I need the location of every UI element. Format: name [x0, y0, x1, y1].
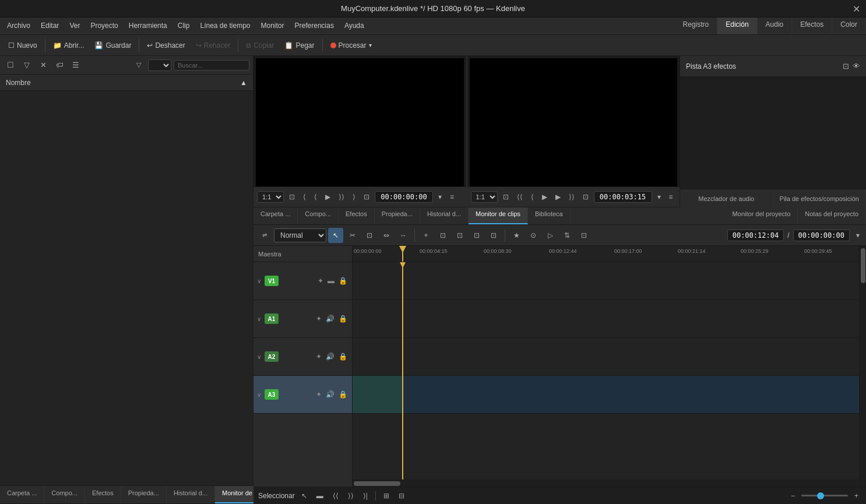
tracks-content[interactable]	[353, 262, 859, 480]
tab-hist2[interactable]: Historial d...	[420, 207, 469, 224]
right-ratio-select[interactable]: 1:1	[471, 191, 498, 203]
trim-btn[interactable]: ⇔	[379, 228, 394, 243]
tab-monitor-project[interactable]: Monitor del proyecto	[726, 207, 798, 224]
v1-video-btn[interactable]: ▬	[326, 276, 336, 286]
left-crop-button[interactable]: ⊡	[361, 191, 372, 203]
tab-propiedades[interactable]: Propieda...	[121, 486, 167, 503]
a1-effects-btn[interactable]: ✦	[315, 314, 323, 323]
collapse-icon[interactable]: ▲	[240, 79, 247, 87]
menu-ver[interactable]: Ver	[65, 20, 85, 31]
overwrite-btn[interactable]: ⊡	[469, 228, 484, 243]
spacer-btn[interactable]: ⊡	[362, 228, 377, 243]
play-zone-btn[interactable]: ▷	[543, 228, 558, 243]
blend-mode-select[interactable]: Normal	[274, 228, 326, 242]
ripple-btn[interactable]: ⇅	[559, 228, 575, 243]
a2-audio-btn[interactable]: 🔊	[325, 352, 336, 361]
timeline-duration[interactable]: 00:00:00:00	[793, 230, 850, 241]
rehacer-button[interactable]: ↪ Rehacer	[191, 39, 235, 52]
a3-effects-btn[interactable]: ✦	[315, 390, 323, 399]
pegar-button[interactable]: 📋 Pegar	[280, 39, 319, 52]
close-button[interactable]: ✕	[853, 3, 860, 14]
v1-lock-btn[interactable]: 🔒	[337, 276, 348, 286]
v1-effects-btn[interactable]: ✦	[316, 276, 325, 286]
menu-monitor[interactable]: Monitor	[256, 20, 289, 31]
status-select-btn[interactable]: ↖	[298, 491, 310, 501]
add-clip-button[interactable]: ☐	[3, 58, 17, 72]
insert-btn[interactable]: ⊡	[486, 228, 501, 243]
scissors-btn[interactable]: ✂	[345, 228, 360, 243]
zoom-slider[interactable]	[801, 495, 848, 496]
status-grid-btn[interactable]: ⊞	[381, 491, 392, 501]
abrir-button[interactable]: 📁 Abrir...	[48, 39, 89, 52]
rp-eye-button[interactable]: 👁	[853, 62, 860, 71]
search-input[interactable]	[174, 60, 249, 71]
menu-ayuda[interactable]: Ayuda	[340, 20, 369, 31]
selection-tool-btn[interactable]: ↖	[328, 228, 343, 243]
workspace-tab-registro[interactable]: Registro	[675, 17, 718, 34]
menu-linea[interactable]: Línea de tiempo	[195, 20, 255, 31]
filter-select[interactable]	[148, 59, 171, 71]
timeline-timecode[interactable]: 00:00:12:04	[727, 230, 784, 241]
a3-audio-btn[interactable]: 🔊	[325, 390, 336, 399]
add-folder-button[interactable]: ▽	[20, 58, 34, 72]
a2-lock-btn[interactable]: 🔒	[337, 352, 348, 361]
status-save-btn[interactable]: ▬	[314, 491, 326, 501]
right-play2[interactable]: ▶	[552, 191, 564, 203]
workspace-tab-efectos[interactable]: Efectos	[792, 17, 832, 34]
right-play[interactable]: ▶	[539, 191, 550, 203]
status-next-btn[interactable]: ⟩⟩	[345, 491, 357, 501]
zoom-out-btn[interactable]: −	[788, 491, 798, 501]
menu-editar[interactable]: Editar	[36, 20, 64, 31]
right-next[interactable]: ⟩⟩	[566, 191, 578, 203]
menu-archivo[interactable]: Archivo	[2, 20, 35, 31]
tab-prop2[interactable]: Propieda...	[375, 207, 420, 224]
tag-button[interactable]: 🏷	[52, 58, 66, 72]
a2-effects-btn[interactable]: ✦	[315, 352, 323, 361]
marker-btn[interactable]: ★	[509, 228, 524, 243]
list-view-button[interactable]: ☰	[69, 58, 83, 72]
left-next2-button[interactable]: ⟩	[350, 191, 358, 203]
rp-tab-mezclador[interactable]: Mezclador de audio	[680, 189, 773, 207]
extract-btn[interactable]: ⊡	[435, 228, 450, 243]
a2-expand[interactable]: ∨	[257, 354, 261, 360]
a3-expand[interactable]: ∨	[257, 392, 261, 398]
tab-efectos[interactable]: Efectos	[85, 486, 121, 503]
lift-btn[interactable]: ⊡	[452, 228, 467, 243]
remove-clip-button[interactable]: ✕	[36, 58, 50, 72]
a1-lock-btn[interactable]: 🔒	[337, 314, 348, 323]
status-end-btn[interactable]: ⟩|	[360, 491, 371, 501]
right-arrow-btn[interactable]: ▾	[654, 191, 664, 203]
timecode-arrow[interactable]: ▾	[853, 230, 863, 241]
right-menu-btn[interactable]: ≡	[666, 191, 676, 203]
split-audio-video-btn[interactable]: ⇌	[257, 228, 272, 243]
tab-carpeta2[interactable]: Carpeta ...	[254, 207, 298, 224]
add-clip-btn[interactable]: +	[418, 228, 434, 243]
guardar-button[interactable]: 💾 Guardar	[90, 39, 136, 52]
status-prev-btn[interactable]: ⟨⟨	[330, 491, 342, 501]
show-subtitle-btn[interactable]: ⊡	[576, 228, 592, 243]
procesar-button[interactable]: Procesar ▾	[326, 39, 376, 52]
h-scrollbar-thumb[interactable]	[354, 481, 400, 486]
tab-efectos2[interactable]: Efectos	[339, 207, 375, 224]
left-arrow-btn[interactable]: ▾	[435, 191, 445, 203]
tab-historial[interactable]: Historial d...	[167, 486, 215, 503]
tab-carpeta[interactable]: Carpeta ...	[0, 486, 44, 503]
left-menu-btn[interactable]: ≡	[447, 191, 457, 203]
a3-lock-btn[interactable]: 🔒	[337, 390, 348, 399]
tab-bib2[interactable]: Biblioteca	[528, 207, 571, 224]
menu-preferencias[interactable]: Preferencias	[290, 20, 339, 31]
nuevo-button[interactable]: ☐ Nuevo	[3, 39, 42, 52]
left-ratio-select[interactable]: 1:1	[257, 191, 284, 203]
workspace-tab-audio[interactable]: Audio	[758, 17, 793, 34]
copiar-button[interactable]: ⧉ Copiar	[241, 39, 279, 52]
snap-btn[interactable]: ⊙	[526, 228, 541, 243]
left-prev-button[interactable]: ⟨	[300, 191, 309, 203]
v1-expand[interactable]: ∨	[257, 278, 261, 284]
zoom-in-btn[interactable]: +	[851, 491, 861, 501]
right-prev2[interactable]: ⟨	[528, 191, 537, 203]
rp-settings-button[interactable]: ⊡	[843, 62, 849, 71]
menu-proyecto[interactable]: Proyecto	[86, 20, 122, 31]
workspace-tab-edicion[interactable]: Edición	[717, 17, 757, 34]
deshacer-button[interactable]: ↩ Deshacer	[142, 39, 189, 52]
tab-notas[interactable]: Notas del proyecto	[798, 207, 866, 224]
